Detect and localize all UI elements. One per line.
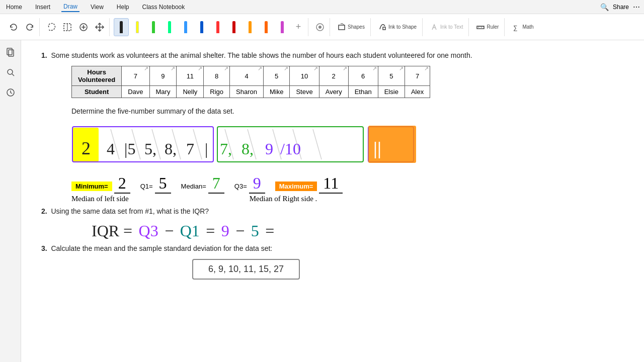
pen-group: + (112, 18, 308, 36)
math-group: ∑ Math (507, 18, 539, 36)
pen-orange2-button[interactable] (259, 18, 274, 36)
search-icon[interactable]: 🔍 (600, 3, 609, 11)
redo-button[interactable] (22, 18, 37, 36)
move-button[interactable] (92, 18, 107, 36)
table-cell-ethan: Ethan (348, 86, 378, 98)
type-select-button[interactable] (60, 18, 75, 36)
svg-text:∑: ∑ (513, 24, 518, 31)
table-cell: ↗10 (290, 66, 319, 86)
shapes-label: Shapes (348, 24, 365, 30)
iqr-minus: − (160, 222, 178, 240)
menu-draw[interactable]: Draw (61, 2, 79, 12)
pen-green2-button[interactable] (162, 18, 177, 36)
pages-icon[interactable] (3, 44, 19, 60)
svg-text:4: 4 (107, 140, 115, 158)
median-value: 7 (208, 174, 224, 194)
pen-blue2-button[interactable] (194, 18, 209, 36)
content-area: 1. Some students work as volunteers at t… (21, 40, 644, 362)
iqr-equals: = (202, 222, 219, 240)
svg-text:/10: /10 (280, 140, 301, 158)
more-icon[interactable]: ⋯ (633, 3, 640, 11)
iqr-label: IQR = (92, 222, 136, 240)
median-right-note: Median of Right side . (250, 195, 317, 203)
shapes-group: Shapes (332, 18, 371, 36)
data-set-container: 6, 9, 10, 11, 15, 27 (192, 259, 624, 280)
table-cell: ↗4 (230, 66, 264, 86)
minimum-label: Minimum= (71, 182, 112, 191)
share-icon[interactable]: Share (613, 4, 629, 11)
menu-class-notebook[interactable]: Class Notebook (140, 3, 187, 12)
left-sidebar (0, 40, 21, 362)
menu-insert[interactable]: Insert (33, 3, 52, 12)
search-sidebar-icon[interactable] (3, 64, 19, 80)
iqr-formula-area: IQR = Q3 − Q1 = 9 − 5 = (92, 222, 624, 240)
q1-value: 5 (155, 174, 171, 194)
menu-home[interactable]: Home (4, 3, 24, 12)
pen-yellow-button[interactable] (130, 18, 145, 36)
pen-red2-button[interactable] (226, 18, 242, 36)
iqr-q3: Q3 (139, 222, 158, 240)
table-cell: ↗8 (204, 66, 230, 86)
table-cell-mike: Mike (264, 86, 290, 98)
median-notes: Median of left side Median of Right side… (71, 195, 624, 203)
pen-red1-button[interactable] (210, 18, 225, 36)
svg-text:5,: 5, (144, 140, 156, 158)
data-table: HoursVolunteered ↗7 ↗9 ↗11 ↗8 ↗4 ↗5 ↗10 … (71, 66, 430, 98)
svg-point-8 (318, 26, 321, 29)
problem3-text: 3. Calculate the mean and the sample sta… (41, 243, 624, 254)
table-cell: ↗7 (405, 66, 430, 86)
ruler-button[interactable]: Ruler (473, 18, 502, 36)
svg-text:2: 2 (82, 138, 91, 158)
toolbar: + Shapes Ink to Shape Ink to Text Ruler (0, 14, 644, 40)
iqr-5: 5 (251, 222, 259, 240)
five-number-title: Determine the five-number summary of the… (71, 106, 624, 117)
menu-view[interactable]: View (89, 3, 106, 12)
ink-to-shape-button[interactable]: Ink to Shape (375, 18, 420, 36)
iqr-minus2: − (231, 222, 249, 240)
svg-text:|: | (205, 140, 208, 158)
ink-to-shape-group: Ink to Shape (373, 18, 423, 36)
maximum-group: Maximum= 11 (275, 174, 343, 194)
math-button[interactable]: ∑ Math (509, 18, 537, 36)
table-cell: ↗11 (177, 66, 204, 86)
svg-point-20 (8, 69, 13, 74)
add-page-button[interactable] (76, 18, 91, 36)
menu-bar: Home Insert Draw View Help Class Noteboo… (0, 0, 644, 14)
ink-to-text-group: Ink to Text (425, 18, 469, 36)
q1-group: Q1= 5 (140, 174, 171, 194)
sorted-numbers-area: 2 4 |5 5, 8, 7 | 7, 8, 9 /10 || (71, 122, 624, 172)
ink-to-text-button[interactable]: Ink to Text (427, 18, 466, 36)
ink-to-shape-label: Ink to Shape (388, 24, 417, 30)
svg-text:8,: 8, (242, 140, 254, 158)
menu-help[interactable]: Help (115, 3, 131, 12)
pen-blue1-button[interactable] (178, 18, 193, 36)
add-pen-button[interactable]: + (291, 18, 306, 36)
pen-green1-button[interactable] (146, 18, 161, 36)
undo-redo-group (4, 18, 40, 36)
touch-button[interactable] (312, 18, 328, 36)
history-icon[interactable] (3, 84, 19, 101)
pen-black-button[interactable] (114, 18, 129, 36)
five-summary-row: Minimum= 2 Q1= 5 Median= 7 Q3= 9 Maximum… (71, 174, 624, 194)
problem1-text: 1. Some students work as volunteers at t… (41, 50, 624, 61)
pen-purple-button[interactable] (275, 18, 290, 36)
q1-label: Q1= (140, 183, 153, 190)
data-set-value: 6, 9, 10, 11, 15, 27 (192, 259, 300, 280)
table-cell: ↗5 (264, 66, 290, 86)
svg-rect-19 (9, 50, 14, 56)
table-cell: ↗9 (149, 66, 177, 86)
problem2-text: 2. Using the same data set from #1, what… (41, 206, 624, 217)
table-cell-sharon: Sharon (230, 86, 264, 98)
q3-value: 9 (249, 174, 265, 194)
table-cell-alex: Alex (405, 86, 430, 98)
table-cell: ↗2 (319, 66, 348, 86)
maximum-label: Maximum= (275, 182, 317, 191)
sorted-numbers-svg: 2 4 |5 5, 8, 7 | 7, 8, 9 /10 || (71, 122, 524, 172)
pen-orange1-button[interactable] (243, 18, 258, 36)
table-cell: ↗6 (348, 66, 378, 86)
undo-button[interactable] (6, 18, 21, 36)
selection-group (42, 18, 110, 36)
median-group: Median= 7 (181, 174, 224, 194)
lasso-select-button[interactable] (44, 18, 59, 36)
shapes-button[interactable]: Shapes (334, 18, 368, 36)
